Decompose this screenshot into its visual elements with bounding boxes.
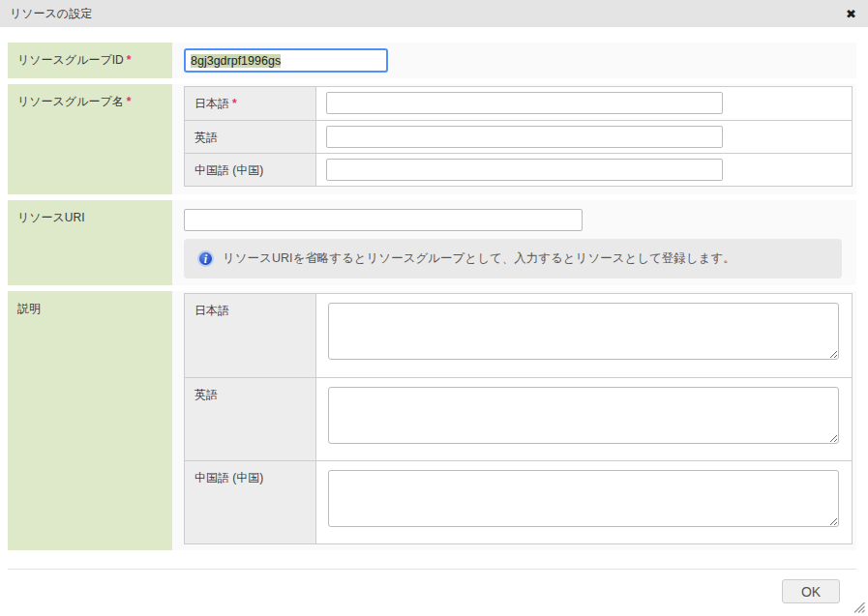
close-icon[interactable]: ✖	[846, 8, 856, 20]
description-chinese-label: 中国語 (中国)	[195, 471, 263, 484]
description-label: 説明	[17, 302, 41, 315]
description-japanese-textarea[interactable]	[328, 303, 839, 360]
row-resource-uri: リソースURI i リソースURIを省略するとリソースグループとして、入力すると…	[8, 200, 856, 285]
name-english-input-wrap	[316, 121, 852, 153]
resource-settings-dialog: リソースの設定 ✖ リソースグループID* リソースグループ名* 日本語*	[0, 0, 868, 616]
description-japanese-textarea-wrap	[316, 294, 852, 377]
description-english-label-cell: 英語	[185, 378, 316, 460]
resource-group-name-content: 日本語* 英語	[172, 84, 856, 194]
required-marker: *	[127, 95, 132, 108]
name-row-english: 英語	[185, 120, 852, 153]
name-english-label-cell: 英語	[185, 121, 316, 153]
resource-group-id-label-cell: リソースグループID*	[8, 43, 172, 78]
dialog-title: リソースの設定	[10, 6, 92, 22]
required-marker: *	[127, 53, 132, 67]
description-label-cell: 説明	[8, 291, 172, 550]
resource-uri-label: リソースURI	[17, 211, 85, 224]
required-marker: *	[232, 97, 237, 110]
row-description: 説明 日本語 英語	[8, 291, 856, 550]
description-content: 日本語 英語	[172, 291, 856, 550]
description-japanese-label-cell: 日本語	[185, 294, 316, 377]
ok-button[interactable]: OK	[782, 579, 840, 603]
dialog-footer: OK	[8, 569, 856, 603]
dialog-titlebar: リソースの設定 ✖	[0, 0, 868, 27]
row-resource-group-id: リソースグループID*	[8, 43, 856, 78]
description-row-chinese: 中国語 (中国)	[185, 460, 852, 543]
description-row-japanese: 日本語	[185, 294, 852, 377]
resize-grip-icon[interactable]	[854, 602, 865, 613]
resource-uri-label-cell: リソースURI	[8, 200, 172, 285]
dialog-body: リソースグループID* リソースグループ名* 日本語*	[0, 27, 868, 603]
name-language-table: 日本語* 英語	[184, 86, 853, 187]
description-english-textarea[interactable]	[328, 387, 839, 444]
resource-uri-input[interactable]	[184, 209, 583, 231]
name-english-input[interactable]	[326, 126, 723, 148]
resource-group-name-label-cell: リソースグループ名*	[8, 84, 172, 194]
info-icon: i	[197, 250, 214, 267]
name-row-chinese: 中国語 (中国)	[185, 153, 852, 186]
description-language-table: 日本語 英語	[184, 293, 853, 544]
name-chinese-label-cell: 中国語 (中国)	[185, 154, 316, 186]
row-resource-group-name: リソースグループ名* 日本語* 英語	[8, 84, 856, 194]
resource-group-id-content	[172, 43, 856, 78]
description-japanese-label: 日本語	[195, 304, 229, 317]
resource-uri-note-text: リソースURIを省略するとリソースグループとして、入力するとリソースとして登録し…	[223, 250, 735, 267]
name-chinese-input-wrap	[316, 154, 852, 186]
resource-uri-content: i リソースURIを省略するとリソースグループとして、入力するとリソースとして登…	[172, 200, 856, 285]
description-chinese-textarea[interactable]	[328, 470, 839, 527]
name-chinese-label: 中国語 (中国)	[195, 163, 263, 177]
name-english-label: 英語	[195, 131, 218, 144]
name-chinese-input[interactable]	[326, 159, 723, 181]
resource-group-id-input[interactable]	[184, 48, 388, 73]
description-english-textarea-wrap	[316, 378, 852, 460]
description-chinese-label-cell: 中国語 (中国)	[185, 461, 316, 543]
description-english-label: 英語	[195, 388, 218, 401]
name-japanese-label: 日本語	[195, 97, 229, 110]
description-row-english: 英語	[185, 377, 852, 460]
name-japanese-input[interactable]	[326, 92, 723, 114]
resource-uri-note: i リソースURIを省略するとリソースグループとして、入力するとリソースとして登…	[184, 239, 842, 279]
resource-group-name-label: リソースグループ名	[17, 95, 124, 108]
name-japanese-label-cell: 日本語*	[185, 87, 316, 120]
name-row-japanese: 日本語*	[185, 87, 852, 120]
description-chinese-textarea-wrap	[316, 461, 852, 543]
name-japanese-input-wrap	[316, 87, 852, 120]
resource-group-id-label: リソースグループID	[17, 53, 124, 67]
